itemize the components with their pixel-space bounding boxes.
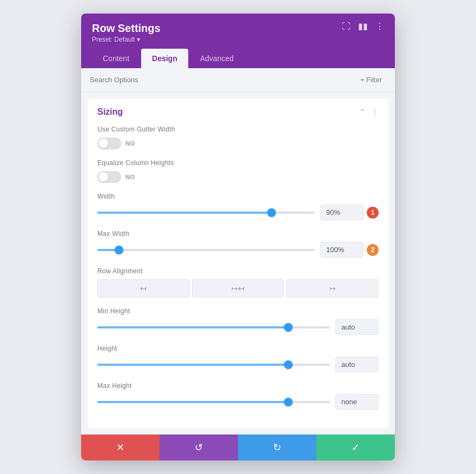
sizing-section: Sizing ⌃ ⋮ Use Custom Gutter Width NO E: [88, 98, 388, 428]
preset-selector[interactable]: Preset: Default ▾: [92, 36, 161, 43]
row-settings-modal: Row Settings Preset: Default ▾ ⛶ ▮▮ ⋮ Co…: [81, 14, 395, 460]
search-input[interactable]: [90, 76, 356, 84]
field-min-height: Min Height: [97, 307, 379, 335]
slider-wrap-min-height: [97, 322, 330, 333]
slider-input-wrap-height: [335, 357, 379, 372]
header-actions: ⛶ ▮▮ ⋮: [342, 22, 384, 31]
tab-design[interactable]: Design: [141, 49, 188, 68]
field-label-max-height: Max Height: [97, 382, 379, 390]
modal-header: Row Settings Preset: Default ▾ ⛶ ▮▮ ⋮ Co…: [81, 14, 395, 68]
align-left-button[interactable]: ↤: [97, 279, 190, 298]
bottom-bar: ✕ ↺ ↻ ✓: [81, 435, 395, 460]
section-title: Sizing: [97, 107, 123, 117]
slider-track-max-width: [97, 249, 315, 251]
tabs: Content Design Advanced: [92, 49, 384, 68]
redo-button[interactable]: ↻: [238, 435, 316, 460]
section-controls: ⌃ ⋮: [359, 108, 379, 116]
slider-thumb-height[interactable]: [284, 360, 293, 369]
undo-button[interactable]: ↺: [160, 435, 238, 460]
max-width-badge: 2: [367, 244, 379, 256]
toggle-label-gutter: NO: [125, 140, 135, 147]
field-label-height: Height: [97, 345, 379, 352]
field-max-width: Max Width 2: [97, 230, 379, 258]
expand-icon[interactable]: ⛶: [342, 22, 351, 31]
field-max-height: Max Height: [97, 382, 379, 410]
filter-button[interactable]: + Filter: [356, 74, 386, 86]
field-custom-gutter-width: Use Custom Gutter Width NO: [97, 126, 379, 149]
toggle-wrap-equalize: NO: [97, 171, 379, 183]
height-input[interactable]: [335, 357, 379, 372]
slider-wrap-width: [97, 207, 315, 218]
tab-content[interactable]: Content: [92, 49, 140, 68]
slider-input-wrap-max-height: [335, 394, 379, 410]
slider-track-min-height: [97, 326, 330, 328]
field-label-width: Width: [97, 193, 379, 200]
slider-wrap-height: [97, 359, 330, 370]
search-bar: + Filter: [81, 68, 395, 92]
toggle-knob-gutter: [98, 139, 108, 148]
slider-track-max-height: [97, 401, 330, 403]
field-equalize-column-heights: Equalize Column Heights NO: [97, 159, 379, 183]
slider-wrap-max-width: [97, 245, 315, 255]
slider-fill-min-height: [97, 326, 288, 328]
max-height-input[interactable]: [335, 394, 379, 410]
field-label-custom-gutter-width: Use Custom Gutter Width: [97, 126, 379, 133]
slider-row-max-width: 2: [97, 242, 379, 258]
toggle-gutter[interactable]: [97, 137, 121, 149]
max-width-input[interactable]: [320, 242, 363, 258]
field-height: Height: [97, 345, 379, 372]
align-center-button[interactable]: ↦↤: [192, 279, 285, 298]
header-top: Row Settings Preset: Default ▾ ⛶ ▮▮ ⋮: [92, 22, 384, 43]
slider-thumb-max-height[interactable]: [284, 398, 293, 406]
more-options-icon[interactable]: ⋮: [375, 22, 384, 31]
header-title-group: Row Settings Preset: Default ▾: [92, 22, 161, 43]
slider-track-height: [97, 364, 330, 366]
slider-track-width: [97, 212, 315, 214]
slider-row-width: 1: [97, 205, 379, 220]
content-area: Sizing ⌃ ⋮ Use Custom Gutter Width NO E: [81, 92, 395, 435]
slider-thumb-max-width[interactable]: [115, 246, 123, 254]
slider-input-wrap-width: 1: [320, 205, 379, 220]
slider-row-height: [97, 357, 379, 372]
toggle-label-equalize: NO: [125, 174, 135, 180]
cancel-button[interactable]: ✕: [81, 435, 160, 460]
section-more-icon[interactable]: ⋮: [371, 108, 379, 116]
field-label-min-height: Min Height: [97, 307, 379, 315]
width-badge: 1: [367, 207, 379, 219]
slider-thumb-width[interactable]: [267, 208, 276, 217]
toggle-wrap-gutter: NO: [97, 137, 379, 149]
slider-fill-max-height: [97, 401, 288, 403]
field-label-max-width: Max Width: [97, 230, 379, 238]
slider-input-wrap-min-height: [335, 319, 379, 335]
field-row-alignment: Row Alignment ↤ ↦↤ ↦: [97, 267, 379, 298]
tab-advanced[interactable]: Advanced: [189, 49, 244, 68]
field-width: Width 1: [97, 193, 379, 220]
collapse-icon[interactable]: ⌃: [359, 108, 366, 116]
section-header: Sizing ⌃ ⋮: [97, 107, 379, 117]
toggle-equalize[interactable]: [97, 171, 121, 183]
field-label-equalize: Equalize Column Heights: [97, 159, 379, 167]
field-label-row-alignment: Row Alignment: [97, 267, 379, 275]
slider-row-min-height: [97, 319, 379, 335]
modal-title: Row Settings: [92, 22, 161, 35]
slider-input-wrap-max-width: 2: [320, 242, 379, 258]
slider-fill-height: [97, 364, 288, 366]
toggle-knob-equalize: [98, 172, 108, 182]
alignment-buttons: ↤ ↦↤ ↦: [97, 279, 379, 298]
align-right-button[interactable]: ↦: [286, 279, 379, 298]
slider-thumb-min-height[interactable]: [284, 323, 293, 332]
columns-icon[interactable]: ▮▮: [358, 22, 368, 31]
width-input[interactable]: [320, 205, 363, 220]
slider-fill-width: [97, 212, 272, 214]
min-height-input[interactable]: [335, 319, 379, 335]
slider-wrap-max-height: [97, 397, 330, 407]
slider-row-max-height: [97, 394, 379, 410]
save-button[interactable]: ✓: [316, 435, 395, 460]
